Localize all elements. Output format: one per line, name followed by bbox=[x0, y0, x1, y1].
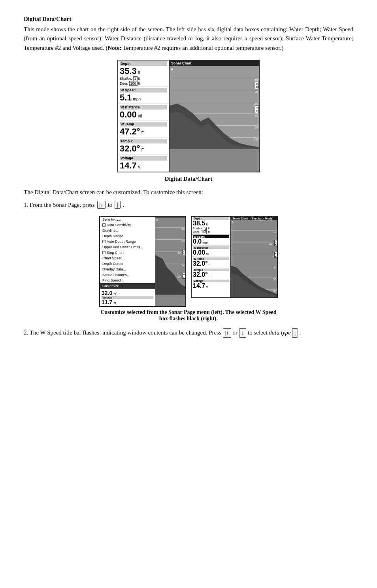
page-content: Digital Data/Chart This mode shows the c… bbox=[24, 16, 353, 338]
customize-intro: The Digital Data/Chart screen can be cus… bbox=[24, 188, 353, 197]
menu-scale-line-10: 10 bbox=[155, 227, 185, 231]
sonar-area: 0 10 20 30 40 50 60 2x 4x bbox=[170, 66, 259, 149]
temp2-label: Temp 2 bbox=[120, 139, 167, 144]
svg-marker-2 bbox=[155, 255, 185, 295]
menu-item-auto-sensitivity: Auto Sensitivity bbox=[100, 222, 155, 228]
menu-item-sensitivity: Sensitivity... bbox=[100, 217, 155, 222]
temp2-row: Temp 2 32.0° F bbox=[118, 138, 169, 155]
ddc-sm-terrain-svg bbox=[231, 242, 277, 297]
deep-label: Deep bbox=[120, 81, 128, 85]
menu-item-overlay: Overlay Data... bbox=[100, 267, 155, 272]
depth-label: Depth bbox=[120, 61, 167, 66]
step1-prefix: 1. From the Sonar Page, press bbox=[24, 202, 95, 208]
ddc-sm-scale-0: 0 bbox=[232, 221, 234, 224]
section-title: Digital Data/Chart bbox=[24, 16, 353, 23]
wtemp-label: W Temp bbox=[120, 122, 167, 127]
key-down-arrow: |↓ bbox=[97, 201, 106, 209]
step2-line: 2. The W Speed title bar flashes, indica… bbox=[24, 328, 353, 338]
note-bold: Note: bbox=[108, 45, 122, 51]
ddc-sm-sonar-header: Sonar Chart - [Simulator Mode] bbox=[231, 217, 277, 220]
step2-data-type: data type bbox=[269, 329, 290, 336]
shallow-label: Shallow bbox=[120, 77, 132, 81]
dual-screen-figure: Sensitivity... Auto Sensitivity Grayline… bbox=[24, 216, 353, 307]
dual-screen-caption: Customize selected from the Sonar Page m… bbox=[98, 309, 279, 322]
step1-to: to bbox=[108, 202, 113, 208]
temp2-value: 32.0° F bbox=[120, 144, 167, 154]
ddc-sm-wspeed-value: 0.0 mph bbox=[193, 238, 229, 245]
wdist-label: W Distance bbox=[120, 105, 167, 110]
shallow-unit: ft bbox=[138, 77, 140, 81]
sonar-header: Sonar Chart bbox=[170, 61, 259, 66]
menu-temp-value: 32.0 °F bbox=[102, 290, 153, 296]
menu-bottom-values: 32.0 °F Voltage 11.7 V bbox=[100, 289, 155, 306]
menu-item-upper-lower: Upper And Lower Limits... bbox=[100, 244, 155, 250]
ddc-sm-depth-row: Depth 38.5 ft Shallow 1 ft Deep 100 ft bbox=[192, 217, 230, 235]
ddc-small-left: Depth 38.5 ft Shallow 1 ft Deep 100 ft bbox=[192, 217, 231, 297]
svg-marker-1 bbox=[170, 112, 259, 149]
menu-item-chart-speed: Chart Speed... bbox=[100, 255, 155, 261]
ddc-sm-sonar-area: 0 10 20 2x 30 4x 40 50 60 bbox=[231, 220, 277, 297]
step2-key-bar-end: | bbox=[292, 328, 298, 338]
menu-sonar-area: 0 10 20 30 2x 40 50 4x 60 bbox=[155, 217, 185, 306]
wdist-value: 0.00 mi bbox=[120, 110, 167, 120]
ddc-sonar-panel: Sonar Chart 0 10 20 30 40 50 60 2x 4x bbox=[170, 61, 259, 172]
ddc-sm-wdist-value: 0.00 mi bbox=[193, 249, 229, 256]
ddc-sm-scale-10: 10 bbox=[231, 230, 277, 233]
wdist-row: W Distance 0.00 mi bbox=[118, 104, 169, 121]
voltage-label: Voltage bbox=[120, 156, 167, 161]
wspeed-row: W Speed 5.1 mph bbox=[118, 87, 169, 104]
deep-value: 100 bbox=[129, 81, 138, 86]
menu-item-depth-cursor: Depth Cursor bbox=[100, 261, 155, 267]
wspeed-value: 5.1 mph bbox=[120, 93, 167, 103]
ddc-sm-wspeed-row: W Speed 0.0 mph bbox=[192, 235, 230, 246]
key-bar: | bbox=[115, 201, 121, 209]
step2-key-down: ↓ bbox=[239, 328, 247, 338]
ddc-sm-shallow-row: Shallow 1 ft bbox=[193, 227, 229, 231]
voltage-value: 14.7 V bbox=[120, 161, 167, 171]
ddc-main-screen: Depth 35.3 ft Shallow 1 ft bbox=[117, 60, 260, 172]
menu-screen: Sensitivity... Auto Sensitivity Grayline… bbox=[99, 216, 186, 307]
ddc-left-panel: Depth 35.3 ft Shallow 1 ft bbox=[118, 61, 170, 172]
ddc-sm-deep-row: Deep 100 ft bbox=[193, 231, 229, 234]
ddc-sm-temp2-row: Temp 2 32.0° F bbox=[192, 268, 230, 279]
deep-unit: ft bbox=[138, 81, 140, 85]
ddc-sm-depth-label: Depth bbox=[193, 217, 229, 220]
menu-item-ping-speed: Ping Speed... bbox=[100, 278, 155, 283]
voltage-row: Voltage 14.7 V bbox=[118, 155, 169, 172]
ddc-sm-wdist-label: W Distance bbox=[193, 246, 229, 249]
ddc-sm-voltage-label: Voltage bbox=[193, 280, 229, 282]
step1-line: 1. From the Sonar Page, press |↓ to | . bbox=[24, 201, 353, 209]
menu-scale-0: 0 bbox=[156, 218, 158, 221]
menu-item-depth-range: Depth Range... bbox=[100, 233, 155, 239]
ddc-sm-sonar: Sonar Chart - [Simulator Mode] 0 10 20 2… bbox=[231, 217, 277, 297]
depth-row: Depth 35.3 ft Shallow 1 ft bbox=[118, 61, 169, 87]
scale-10: 10 bbox=[170, 78, 259, 78]
ddc-sm-temp2-label: Temp 2 bbox=[193, 268, 229, 271]
ddc-sm-wdist-row: W Distance 0.00 mi bbox=[192, 246, 230, 257]
depth-value: 35.3 ft bbox=[120, 66, 167, 76]
ddc-sm-voltage-value: 14.7 V bbox=[193, 282, 229, 289]
step2-key-up-or-down: |↑ bbox=[223, 328, 231, 338]
intro-paragraph: This mode shows the chart on the right s… bbox=[24, 25, 353, 53]
menu-item-sonar-features: Sonar Features... bbox=[100, 272, 155, 278]
ddc-sm-depth-value: 38.5 ft bbox=[193, 220, 229, 227]
menu-item-auto-depth: Auto Depth Range bbox=[100, 239, 155, 244]
depth-subrow: Shallow 1 ft bbox=[120, 76, 167, 81]
ddc-sm-temp2-value: 32.0° F bbox=[193, 271, 229, 278]
menu-item-stop-chart: Stop Chart bbox=[100, 250, 155, 255]
menu-item-grayline: Grayline... bbox=[100, 228, 155, 233]
ddc-sm-wtemp-label: W Temp bbox=[193, 257, 229, 260]
shallow-value: 1 bbox=[133, 76, 138, 81]
ddc-main-caption: Digital Data/Chart bbox=[165, 176, 212, 182]
ddc-sm-wtemp-row: W Temp 32.0° F bbox=[192, 257, 230, 268]
deep-subrow: Deep 100 ft bbox=[120, 81, 167, 86]
menu-item-customize: Customize... bbox=[100, 283, 155, 289]
sonar-terrain-svg bbox=[170, 82, 259, 149]
menu-terrain-svg bbox=[155, 235, 185, 295]
wspeed-label: W Speed bbox=[120, 88, 167, 93]
menu-panel: Sensitivity... Auto Sensitivity Grayline… bbox=[100, 217, 155, 306]
menu-voltage-label: Voltage bbox=[102, 296, 153, 299]
ddc-main-figure: Depth 35.3 ft Shallow 1 ft bbox=[24, 60, 353, 182]
wtemp-value: 47.2° F bbox=[120, 127, 167, 137]
ddc-sm-wtemp-value: 32.0° F bbox=[193, 260, 229, 267]
